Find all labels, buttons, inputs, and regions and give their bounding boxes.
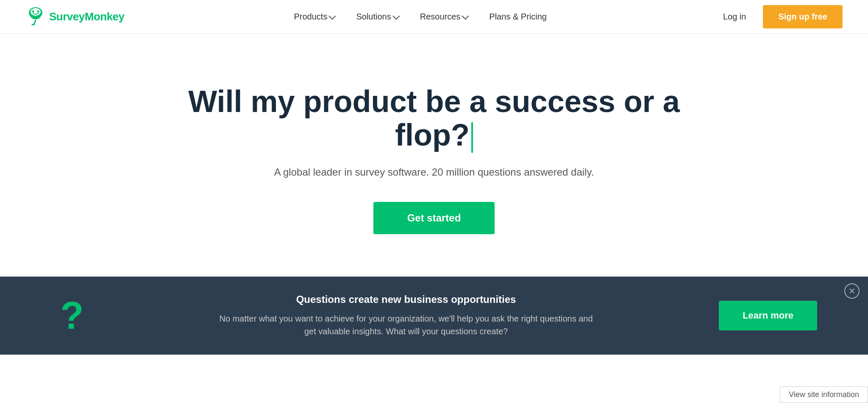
- banner-title: Questions create new business opportunit…: [119, 294, 693, 305]
- banner-content: Questions create new business opportunit…: [93, 294, 719, 338]
- cursor-blink: [471, 122, 473, 153]
- banner-icon-area: ?: [51, 297, 93, 335]
- nav-resources-label: Resources: [420, 12, 461, 22]
- hero-subtitle: A global leader in survey software. 20 m…: [274, 166, 594, 178]
- nav-item-products[interactable]: Products: [286, 8, 344, 26]
- signup-button[interactable]: Sign up free: [763, 5, 843, 28]
- login-button[interactable]: Log in: [716, 8, 753, 26]
- banner-section: ? Questions create new business opportun…: [0, 277, 868, 355]
- chevron-down-icon: [329, 12, 336, 20]
- banner-description: No matter what you want to achieve for y…: [215, 312, 597, 338]
- nav-plans-label: Plans & Pricing: [489, 12, 547, 21]
- hero-title-text: Will my product be a success or a flop?: [188, 84, 680, 152]
- svg-line-4: [34, 20, 36, 25]
- logo-icon: [25, 7, 46, 27]
- view-site-info-text: View site information: [789, 390, 859, 399]
- view-site-info[interactable]: View site information: [780, 386, 868, 403]
- learn-more-button[interactable]: Learn more: [719, 301, 817, 330]
- logo[interactable]: SurveyMonkey: [25, 7, 125, 27]
- svg-point-2: [32, 10, 34, 12]
- nav-item-solutions[interactable]: Solutions: [348, 8, 407, 26]
- get-started-button[interactable]: Get started: [373, 202, 495, 234]
- chevron-down-icon: [462, 12, 469, 20]
- logo-text: SurveyMonkey: [49, 10, 125, 23]
- svg-point-3: [37, 10, 39, 12]
- nav-products-label: Products: [294, 12, 328, 22]
- question-mark-icon: ?: [61, 297, 84, 335]
- hero-section: Will my product be a success or a flop? …: [0, 34, 868, 277]
- nav-item-plans[interactable]: Plans & Pricing: [481, 8, 555, 26]
- nav-solutions-label: Solutions: [356, 12, 391, 22]
- chevron-down-icon: [392, 12, 400, 20]
- header-actions: Log in Sign up free: [716, 5, 843, 28]
- nav-item-resources[interactable]: Resources: [412, 8, 477, 26]
- close-button[interactable]: ✕: [844, 283, 860, 299]
- main-nav: Products Solutions Resources Plans & Pri…: [125, 8, 716, 26]
- header: SurveyMonkey Products Solutions Resource…: [0, 0, 868, 34]
- hero-title: Will my product be a success or a flop?: [180, 85, 688, 153]
